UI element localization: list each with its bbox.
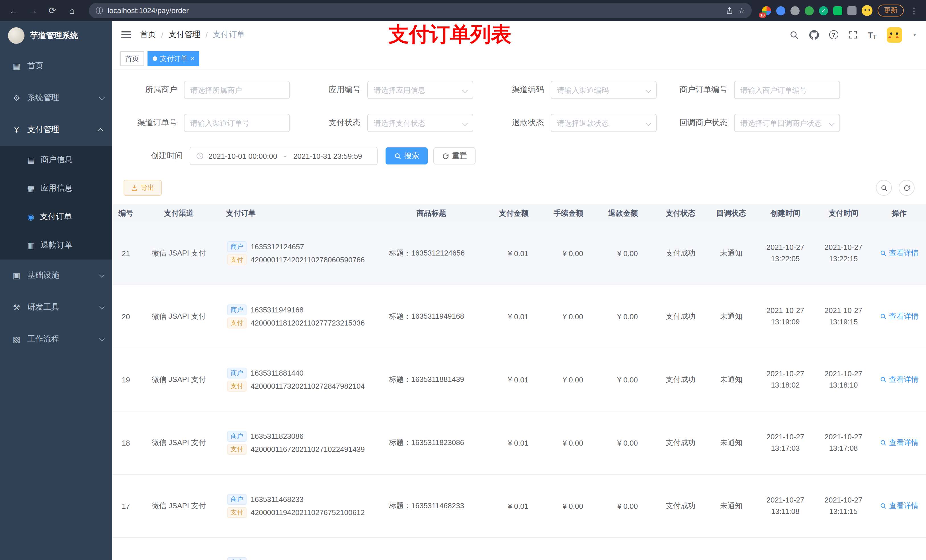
view-detail-link[interactable]: 查看详情 bbox=[880, 248, 918, 258]
pay-status-select[interactable] bbox=[367, 114, 473, 132]
avatar-caret-icon[interactable]: ▼ bbox=[912, 32, 917, 37]
merchant-order-no-input[interactable] bbox=[740, 86, 834, 94]
url-text[interactable]: localhost:1024/pay/order bbox=[107, 6, 721, 15]
view-detail-link[interactable]: 查看详情 bbox=[880, 501, 918, 511]
breadcrumb-pay-order: 支付订单 bbox=[213, 30, 245, 40]
filter-merchant-order-no: 商户订单编号 bbox=[668, 81, 851, 99]
pay-badge: 支付 bbox=[227, 507, 247, 518]
tab-home[interactable]: 首页 bbox=[120, 51, 144, 66]
ext-icon-tabs[interactable]: 10 bbox=[762, 6, 771, 15]
merchant-badge: 商户 bbox=[227, 431, 247, 442]
refresh-table-button[interactable] bbox=[899, 180, 915, 196]
app-grid-icon: ▦ bbox=[27, 184, 35, 193]
browser-chrome: ← → ⟳ ⌂ ⓘ localhost:1024/pay/order ☆ 10 … bbox=[0, 0, 926, 21]
sidebar-item-refund-order[interactable]: ▥ 退款订单 bbox=[0, 231, 112, 260]
sidebar-item-dev-tools[interactable]: ⚒ 研发工具 bbox=[0, 291, 112, 323]
search-icon bbox=[880, 503, 887, 509]
app-id-select[interactable] bbox=[367, 81, 473, 99]
table-row: 商户1635311357086 支付 bbox=[112, 538, 926, 560]
merchant-order-no: 1635311357086 bbox=[251, 558, 304, 560]
sidebar-item-pay-order[interactable]: ◉ 支付订单 bbox=[0, 202, 112, 231]
sidebar-item-infrastructure[interactable]: ▣ 基础设施 bbox=[0, 260, 112, 291]
chevron-down-icon bbox=[99, 272, 105, 278]
cell-notify: 未通知 bbox=[706, 248, 756, 258]
update-button[interactable]: 更新 bbox=[878, 5, 904, 17]
view-detail-link[interactable]: 查看详情 bbox=[880, 374, 918, 385]
workflow-icon: ▧ bbox=[11, 335, 22, 344]
cell-refund: ¥ 0.00 bbox=[600, 312, 655, 321]
view-detail-link[interactable]: 查看详情 bbox=[880, 438, 918, 448]
search-icon bbox=[880, 376, 887, 383]
ext-icon-green[interactable] bbox=[805, 6, 814, 15]
forward-icon[interactable]: → bbox=[26, 4, 40, 17]
reload-icon[interactable]: ⟳ bbox=[45, 4, 59, 17]
notify-status-select[interactable] bbox=[734, 114, 840, 132]
cell-action: 查看详情 bbox=[873, 248, 926, 258]
merchant-badge: 商户 bbox=[227, 494, 247, 505]
search-icon[interactable] bbox=[789, 30, 799, 39]
sidebar-item-payment[interactable]: ¥ 支付管理 bbox=[0, 114, 112, 146]
sidebar-item-home[interactable]: ▦ 首页 bbox=[0, 50, 112, 82]
help-icon[interactable]: ? bbox=[829, 30, 838, 39]
address-bar[interactable]: ⓘ localhost:1024/pay/order ☆ bbox=[89, 3, 752, 18]
cell-amount: ¥ 0.01 bbox=[490, 502, 546, 510]
github-icon[interactable] bbox=[809, 30, 819, 39]
chevron-down-icon bbox=[462, 120, 468, 126]
channel-order-no-input[interactable] bbox=[190, 119, 284, 127]
user-avatar[interactable] bbox=[887, 27, 902, 42]
clock-icon bbox=[196, 152, 204, 160]
export-button[interactable]: 导出 bbox=[124, 180, 162, 196]
search-icon bbox=[880, 184, 888, 192]
cell-title: 标题：1635311823086 bbox=[373, 438, 490, 448]
fullscreen-icon[interactable] bbox=[849, 30, 858, 39]
cell-pay-time: 2021-10-2713:17:08 bbox=[814, 432, 873, 454]
table-row: 20 微信 JSAPI 支付 商户1635311949168 支付4200001… bbox=[112, 285, 926, 348]
tab-pay-order[interactable]: 支付订单 × bbox=[147, 51, 199, 66]
sidebar-item-system[interactable]: ⚙ 系统管理 bbox=[0, 82, 112, 114]
font-size-icon[interactable]: TT bbox=[868, 30, 877, 39]
refresh-icon bbox=[903, 184, 910, 192]
ext-icon-gray[interactable] bbox=[790, 6, 800, 15]
close-icon[interactable]: × bbox=[190, 55, 194, 62]
merchant-badge: 商户 bbox=[227, 368, 247, 379]
refund-status-select[interactable] bbox=[551, 114, 657, 132]
ext-icon-check[interactable]: ✓ bbox=[819, 6, 828, 15]
cell-status: 支付成功 bbox=[655, 374, 706, 385]
download-icon bbox=[131, 184, 138, 191]
hamburger-icon[interactable] bbox=[121, 31, 131, 38]
share-icon[interactable] bbox=[726, 6, 734, 15]
refresh-icon bbox=[442, 152, 449, 160]
cell-channel: 微信 JSAPI 支付 bbox=[139, 311, 218, 322]
create-time-range-picker[interactable]: 2021-10-01 00:00:00 - 2021-10-31 23:59:5… bbox=[190, 147, 378, 165]
content: 所属商户 应用编号 渠道编码 商户订单编号 bbox=[112, 69, 926, 560]
sidebar-item-app-info[interactable]: ▦ 应用信息 bbox=[0, 174, 112, 202]
browser-profile-avatar[interactable] bbox=[862, 5, 873, 16]
browser-menu-icon[interactable]: ⋮ bbox=[909, 6, 919, 15]
extension-badge: 10 bbox=[759, 12, 766, 17]
reset-button[interactable]: 重置 bbox=[433, 147, 475, 165]
sidebar-item-workflow[interactable]: ▧ 工作流程 bbox=[0, 323, 112, 355]
back-icon[interactable]: ← bbox=[7, 4, 21, 17]
extensions-puzzle-icon[interactable] bbox=[847, 6, 856, 15]
cell-pay-time: 2021-10-2713:22:15 bbox=[814, 242, 873, 265]
site-info-icon[interactable]: ⓘ bbox=[96, 5, 103, 16]
chevron-down-icon bbox=[829, 120, 835, 126]
cell-refund: ¥ 0.00 bbox=[600, 438, 655, 447]
ext-icon-blue[interactable] bbox=[776, 6, 785, 15]
owner-merchant-input[interactable] bbox=[190, 86, 284, 94]
sidebar-item-merchant-info[interactable]: ▤ 商户信息 bbox=[0, 146, 112, 174]
main: 首页 / 支付管理 / 支付订单 支付订单列表 ? bbox=[112, 21, 926, 560]
search-button[interactable]: 搜索 bbox=[386, 147, 428, 165]
home-icon[interactable]: ⌂ bbox=[65, 4, 79, 17]
bookmark-star-icon[interactable]: ☆ bbox=[738, 6, 745, 15]
channel-code-select[interactable] bbox=[551, 81, 657, 99]
ext-icon-chat[interactable] bbox=[833, 6, 842, 15]
breadcrumb-payment[interactable]: 支付管理 bbox=[169, 30, 200, 40]
pay-order-no: 4200001181202110277723215336 bbox=[251, 319, 365, 327]
breadcrumb-home[interactable]: 首页 bbox=[140, 30, 156, 40]
pay-order-no: 4200001173202110272847982104 bbox=[251, 382, 365, 390]
cell-pay-order: 商户1635311949168 支付4200001181202110277723… bbox=[218, 302, 373, 331]
logo-avatar bbox=[8, 27, 24, 44]
view-detail-link[interactable]: 查看详情 bbox=[880, 311, 918, 322]
toggle-search-button[interactable] bbox=[876, 180, 892, 196]
